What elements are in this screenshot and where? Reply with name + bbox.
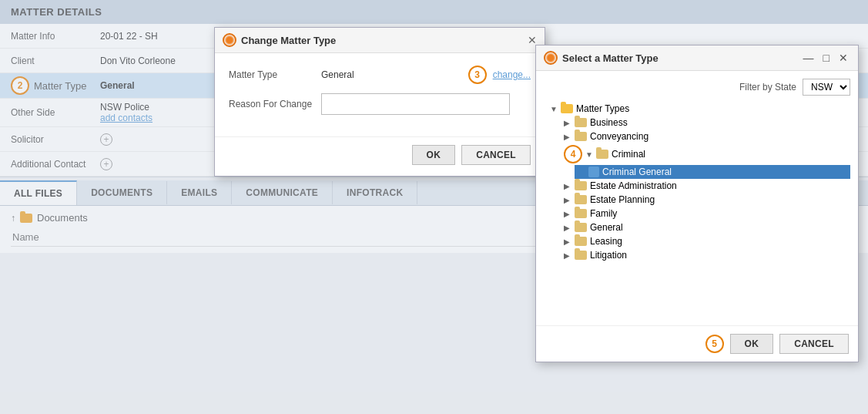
tree-row-root[interactable]: ▼ Matter Types xyxy=(547,102,850,116)
conveyancing-folder-icon xyxy=(575,132,587,141)
root-label: Matter Types xyxy=(576,103,629,114)
maximize-button[interactable]: □ xyxy=(821,52,832,64)
litigation-label: Litigation xyxy=(590,250,627,261)
expand-estate-planning-icon[interactable]: ▶ xyxy=(564,196,571,204)
tree-row-conveyancing[interactable]: ▶ Conveyancing xyxy=(561,130,850,143)
family-label: Family xyxy=(590,208,617,219)
matter-type-form-label: Matter Type xyxy=(229,69,321,80)
leasing-folder-icon xyxy=(575,237,587,246)
estate-admin-label: Estate Administration xyxy=(590,180,677,191)
tree-node-estate-admin: ▶ Estate Administration xyxy=(561,179,850,193)
tree-node-business: ▶ Business xyxy=(561,116,850,130)
business-label: Business xyxy=(590,117,628,128)
expand-criminal-icon[interactable]: ▼ xyxy=(585,150,593,159)
family-folder-icon xyxy=(575,209,587,218)
tree-row-litigation[interactable]: ▶ Litigation xyxy=(561,248,850,262)
expand-estate-admin-icon[interactable]: ▶ xyxy=(564,182,571,190)
estate-admin-folder-icon xyxy=(575,181,587,190)
app-logo-icon xyxy=(223,33,236,47)
criminal-children: Criminal General xyxy=(561,165,850,179)
tree-node-criminal: 4 ▼ Criminal xyxy=(561,143,850,179)
expand-root-icon[interactable]: ▼ xyxy=(550,105,558,113)
change-matter-footer: OK CANCEL xyxy=(215,136,545,176)
tree-row-family[interactable]: ▶ Family xyxy=(561,207,850,220)
expand-family-icon[interactable]: ▶ xyxy=(564,210,571,218)
estate-planning-folder-icon xyxy=(575,195,587,204)
select-matter-ok-button[interactable]: OK xyxy=(730,334,774,354)
tree-row-criminal[interactable]: 4 ▼ Criminal xyxy=(561,143,850,165)
criminal-label: Criminal xyxy=(612,149,645,160)
reason-input[interactable] xyxy=(321,93,510,115)
filter-by-state-label: Filter by State xyxy=(739,82,796,93)
tree-row-business[interactable]: ▶ Business xyxy=(561,116,850,130)
tree-row-general[interactable]: ▶ General xyxy=(561,220,850,234)
titlebar-left: Change Matter Type xyxy=(223,33,336,47)
root-children: ▶ Business ▶ Conveyancing xyxy=(547,116,850,262)
change-matter-ok-button[interactable]: OK xyxy=(412,145,456,165)
change-matter-body: Matter Type General 3 change... Reason F… xyxy=(215,53,545,136)
tree-node-root: ▼ Matter Types ▶ Business xyxy=(547,102,850,262)
expand-business-icon[interactable]: ▶ xyxy=(564,119,571,127)
expand-litigation-icon[interactable]: ▶ xyxy=(564,251,571,260)
tree-node-general: ▶ General xyxy=(561,220,850,234)
step-4-badge: 4 xyxy=(564,145,582,163)
tree-node-criminal-general: Criminal General xyxy=(575,165,850,179)
titlebar-controls: — □ ✕ xyxy=(801,52,850,64)
tree-node-family: ▶ Family xyxy=(561,207,850,220)
change-matter-title: Change Matter Type xyxy=(241,35,336,46)
root-folder-icon xyxy=(561,104,573,113)
select-matter-body: Filter by State NSW VIC QLD ▼ Matter Typ… xyxy=(536,71,858,325)
step-5-badge: 5 xyxy=(705,335,724,353)
business-folder-icon xyxy=(575,118,587,127)
tree-row-estate-admin[interactable]: ▶ Estate Administration xyxy=(561,179,850,193)
general-folder-icon xyxy=(575,223,587,232)
criminal-folder-icon xyxy=(596,150,608,159)
criminal-general-label: Criminal General xyxy=(602,167,672,177)
leasing-label: Leasing xyxy=(590,236,622,247)
criminal-general-file-icon xyxy=(588,167,599,177)
conveyancing-label: Conveyancing xyxy=(590,131,648,142)
estate-planning-label: Estate Planning xyxy=(590,194,655,205)
general-label: General xyxy=(590,222,623,233)
matter-types-tree: ▼ Matter Types ▶ Business xyxy=(544,102,850,262)
change-type-link[interactable]: change... xyxy=(493,69,531,80)
select-matter-type-modal: Select a Matter Type — □ ✕ Filter by Sta… xyxy=(535,45,859,362)
select-matter-footer: 5 OK CANCEL xyxy=(536,325,858,362)
step-3-badge: 3 xyxy=(468,66,487,84)
change-matter-titlebar: Change Matter Type ✕ xyxy=(215,28,545,53)
select-close-button[interactable]: ✕ xyxy=(836,52,850,64)
select-app-logo-icon xyxy=(544,51,558,65)
tree-node-leasing: ▶ Leasing xyxy=(561,234,850,248)
expand-general-icon[interactable]: ▶ xyxy=(564,224,571,232)
tree-row-criminal-general[interactable]: Criminal General xyxy=(575,165,850,179)
select-matter-cancel-button[interactable]: CANCEL xyxy=(779,334,849,354)
litigation-folder-icon xyxy=(575,251,587,260)
reason-form-row: Reason For Change xyxy=(229,93,531,115)
minimize-button[interactable]: — xyxy=(801,52,816,64)
tree-row-estate-planning[interactable]: ▶ Estate Planning xyxy=(561,193,850,207)
filter-state-select[interactable]: NSW VIC QLD xyxy=(803,79,850,96)
filter-row: Filter by State NSW VIC QLD xyxy=(544,79,850,96)
reason-form-label: Reason For Change xyxy=(229,99,321,109)
select-titlebar-left: Select a Matter Type xyxy=(544,51,659,65)
select-matter-title: Select a Matter Type xyxy=(562,52,659,64)
change-matter-cancel-button[interactable]: CANCEL xyxy=(461,145,531,165)
matter-type-form-row: Matter Type General 3 change... xyxy=(229,66,531,84)
select-matter-titlebar: Select a Matter Type — □ ✕ xyxy=(536,45,858,71)
tree-node-conveyancing: ▶ Conveyancing xyxy=(561,130,850,143)
change-matter-type-modal: Change Matter Type ✕ Matter Type General… xyxy=(214,27,545,177)
tree-node-litigation: ▶ Litigation xyxy=(561,248,850,262)
expand-conveyancing-icon[interactable]: ▶ xyxy=(564,133,571,141)
tree-row-leasing[interactable]: ▶ Leasing xyxy=(561,234,850,248)
matter-type-form-value: General xyxy=(321,69,354,80)
tree-node-estate-planning: ▶ Estate Planning xyxy=(561,193,850,207)
expand-leasing-icon[interactable]: ▶ xyxy=(564,237,571,246)
